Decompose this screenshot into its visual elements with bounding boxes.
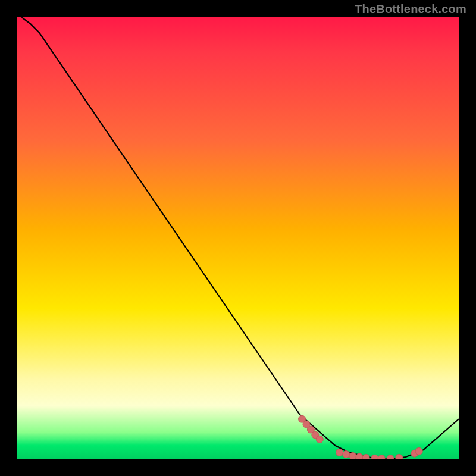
plot-area [17,17,459,459]
data-marker [316,436,323,443]
curve-line [21,17,459,459]
data-marker [396,455,403,459]
data-marker [343,451,350,458]
markers-group [299,415,423,459]
data-marker [356,453,363,459]
data-marker [336,449,343,456]
watermark-label: TheBottleneck.com [355,2,466,16]
data-marker [415,447,422,455]
data-marker [371,455,378,459]
chart-overlay [17,17,459,459]
data-marker [387,455,394,459]
data-marker [349,453,356,459]
data-marker [362,455,369,459]
data-marker [378,455,385,459]
chart-frame: TheBottleneck.com [0,0,476,476]
